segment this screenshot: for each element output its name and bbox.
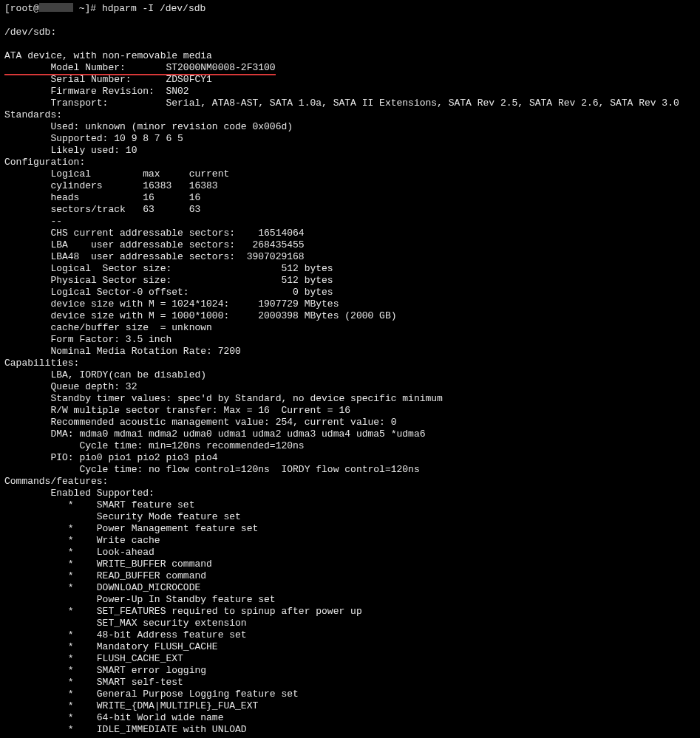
- feature-line: * 48-bit Address feature set: [4, 629, 247, 640]
- model-value: ST2000NM0008-2F3100: [166, 62, 275, 74]
- config-size-1024: device size with M = 1024*1024: 1907729 …: [4, 298, 339, 310]
- feature-line: * Write cache: [4, 535, 160, 546]
- config-cache: cache/buffer size = unknown: [4, 322, 212, 333]
- command-text: hdparm -I /dev/sdb: [102, 3, 205, 14]
- config-form-factor: Form Factor: 3.5 inch: [4, 334, 171, 345]
- feature-line: * SMART feature set: [4, 499, 194, 510]
- feature-line: Power-Up In Standby feature set: [4, 594, 276, 605]
- caps-lba-iordy: LBA, IORDY(can be disabled): [4, 369, 206, 380]
- standards-used: Used: unknown (minor revision code 0x006…: [4, 121, 293, 132]
- caps-standby: Standby timer values: spec'd by Standard…: [4, 393, 443, 404]
- commands-header: Commands/features:: [4, 476, 108, 487]
- feature-line: * DOWNLOAD_MICROCODE: [4, 582, 200, 593]
- config-chs: CHS current addressable sectors: 1651406…: [4, 228, 305, 239]
- prompt-user: root: [10, 3, 33, 14]
- caps-queue-depth: Queue depth: 32: [4, 381, 137, 392]
- prompt-line: [root@ ~]# hdparm -I /dev/sdb: [4, 3, 205, 14]
- config-physical-sector: Physical Sector size: 512 bytes: [4, 275, 333, 286]
- caps-rw-multiple: R/W multiple sector transfer: Max = 16 C…: [4, 405, 350, 416]
- prompt-cwd: ~: [79, 3, 85, 14]
- config-separator: --: [4, 216, 62, 227]
- config-header: Configuration:: [4, 157, 85, 168]
- config-heads: heads 16 16: [4, 192, 200, 203]
- caps-pio-cycle: Cycle time: no flow control=120ns IORDY …: [4, 464, 420, 475]
- feature-line: * WRITE_{DMA|MULTIPLE}_FUA_EXT: [4, 700, 258, 711]
- config-rpm: Nominal Media Rotation Rate: 7200: [4, 346, 241, 357]
- feature-line: * Power Management feature set: [4, 523, 258, 534]
- caps-acoustic: Recommended acoustic management value: 2…: [4, 417, 397, 428]
- feature-line: * WRITE_BUFFER command: [4, 558, 212, 570]
- prompt-host-redacted: [39, 3, 73, 12]
- transport-line: Transport: Serial, ATA8-AST, SATA 1.0a, …: [4, 98, 679, 109]
- serial-line: Serial Number: ZDS0FCY1: [4, 74, 212, 85]
- feature-line: * SMART error logging: [4, 665, 206, 676]
- config-col-header: Logical max current: [4, 168, 229, 180]
- feature-line: * Look-ahead: [4, 547, 154, 558]
- feature-line: * 64-bit World wide name: [4, 712, 223, 723]
- feature-line: * IDLE_IMMEDIATE with UNLOAD: [4, 724, 247, 735]
- standards-supported: Supported: 10 9 8 7 6 5: [4, 133, 183, 144]
- device-header: /dev/sdb:: [4, 27, 56, 38]
- caps-dma: DMA: mdma0 mdma1 mdma2 udma0 udma1 udma2…: [4, 428, 426, 440]
- feature-line: SET_MAX security extension: [4, 618, 247, 629]
- intro-line: ATA device, with non-removable media: [4, 50, 212, 61]
- model-label: Model Number:: [4, 62, 166, 74]
- feature-line: * Mandatory FLUSH_CACHE: [4, 641, 218, 652]
- feature-line: * FLUSH_CACHE_EXT: [4, 653, 183, 664]
- feature-line: * General Purpose Logging feature set: [4, 689, 299, 700]
- standards-header: Standards:: [4, 109, 62, 120]
- commands-subheader: Enabled Supported:: [4, 488, 154, 499]
- caps-dma-cycle: Cycle time: min=120ns recommended=120ns: [4, 440, 305, 451]
- config-sectors-track: sectors/track 63 63: [4, 204, 200, 215]
- feature-line: * SET_FEATURES required to spinup after …: [4, 606, 362, 617]
- feature-line: Security Mode feature set: [4, 511, 241, 522]
- config-logical-sector: Logical Sector size: 512 bytes: [4, 263, 333, 274]
- config-lba48: LBA48 user addressable sectors: 39070291…: [4, 251, 305, 262]
- config-lba: LBA user addressable sectors: 268435455: [4, 239, 305, 250]
- config-cylinders: cylinders 16383 16383: [4, 180, 218, 191]
- caps-pio: PIO: pio0 pio1 pio2 pio3 pio4: [4, 452, 218, 463]
- standards-likely: Likely used: 10: [4, 145, 137, 156]
- capabilities-header: Capabilities:: [4, 358, 79, 369]
- terminal-output: [root@ ~]# hdparm -I /dev/sdb /dev/sdb: …: [0, 0, 700, 738]
- config-sector0-offset: Logical Sector-0 offset: 0 bytes: [4, 287, 333, 298]
- config-size-1000: device size with M = 1000*1000: 2000398 …: [4, 310, 397, 321]
- feature-line: * READ_BUFFER command: [4, 570, 206, 581]
- firmware-line: Firmware Revision: SN02: [4, 86, 189, 97]
- feature-line: * SMART self-test: [4, 677, 183, 688]
- model-line: Model Number: ST2000NM0008-2F3100: [4, 62, 276, 73]
